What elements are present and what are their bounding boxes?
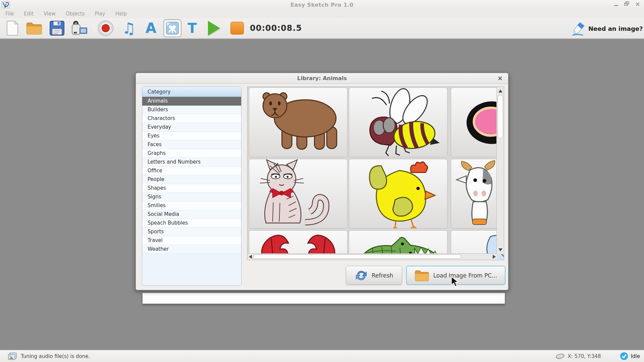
category-item-eyes[interactable]: Eyes: [142, 132, 241, 140]
menu-bar: File Edit View Objects Play Help: [0, 9, 644, 18]
category-item-people[interactable]: People: [142, 175, 241, 184]
save-icon: [49, 20, 65, 36]
refresh-button[interactable]: Refresh: [346, 266, 402, 285]
dialog-close-button[interactable]: ×: [496, 74, 504, 82]
play-icon: [208, 21, 220, 36]
category-item-builders[interactable]: Builders: [142, 106, 241, 114]
library-item-bear[interactable]: [249, 87, 347, 157]
menu-help[interactable]: Help: [115, 11, 127, 17]
horizontal-scrollbar[interactable]: [248, 253, 497, 260]
pencil-icon: [570, 21, 586, 36]
bee-drawing: [349, 88, 447, 157]
category-item-weather[interactable]: Weather: [142, 245, 241, 254]
category-panel: Category Animals Builders Charactors Eve…: [142, 86, 241, 286]
status-message: Tuning audio file(s) is done.: [21, 353, 90, 359]
category-item-graphs[interactable]: Graphs: [142, 149, 241, 158]
mouse-cursor: [450, 276, 459, 287]
load-folder-icon: [415, 269, 429, 282]
category-item-shapes[interactable]: Shapes: [142, 184, 241, 193]
refresh-label: Refresh: [372, 272, 393, 279]
minimize-button[interactable]: [613, 1, 619, 7]
status-bar: Tuning audio file(s) is done. X: 570, Y:…: [0, 350, 644, 362]
idle-check-icon: [620, 352, 628, 360]
selected-tool-frame: [163, 19, 181, 37]
music-button[interactable]: ♫: [120, 18, 138, 38]
dialog-title: Library: Animals: [297, 75, 347, 81]
category-item-animals[interactable]: Animals: [142, 97, 241, 106]
open-folder-button[interactable]: [25, 18, 43, 38]
engine-state: Idle: [631, 353, 640, 359]
chick-drawing: [349, 159, 447, 228]
music-note-icon: ♫: [122, 20, 136, 36]
category-item-social-media[interactable]: Social Media: [142, 210, 241, 219]
horizontal-scroll-thumb[interactable]: [253, 254, 461, 259]
scroll-right-icon[interactable]: [493, 255, 496, 259]
letter-a-icon: A: [146, 21, 157, 35]
library-image-grid: [247, 86, 504, 260]
cursor-position-icon: [555, 353, 565, 359]
record-icon: [98, 20, 114, 36]
category-item-everyday[interactable]: Everyday: [142, 123, 241, 132]
menu-objects[interactable]: Objects: [66, 11, 85, 17]
category-item-faces[interactable]: Faces: [142, 140, 241, 149]
cat-drawing: [249, 159, 347, 228]
library-item-cat[interactable]: [249, 159, 347, 229]
restore-button[interactable]: [624, 1, 630, 7]
tool-bar: ♫ A T 00:00:08.5 Need an image?: [0, 18, 644, 39]
cursor-coordinates: X: 570, Y:348: [568, 353, 601, 359]
category-item-travel[interactable]: Travel: [142, 236, 241, 245]
menu-file[interactable]: File: [5, 11, 14, 17]
category-item-smilies[interactable]: Smilies: [142, 201, 241, 210]
insert-image-icon: [166, 21, 179, 35]
category-item-letters-and-numbers[interactable]: Letters and Numbers: [142, 158, 241, 167]
category-item-charactors[interactable]: Charactors: [142, 114, 241, 123]
dialog-title-bar: Library: Animals ×: [136, 73, 508, 84]
bear-drawing: [249, 88, 347, 157]
toolbar-separator: [202, 22, 202, 35]
menu-view[interactable]: View: [44, 11, 56, 17]
images-stack-icon: [7, 352, 17, 361]
text-t-button[interactable]: T: [185, 18, 199, 38]
play-button[interactable]: [206, 18, 222, 38]
menu-edit[interactable]: Edit: [24, 11, 34, 17]
close-button[interactable]: ×: [635, 1, 641, 7]
vertical-scroll-thumb[interactable]: [497, 95, 503, 138]
window-title: Easy Sketch Pro 1.0: [0, 2, 644, 8]
library-item-bee[interactable]: [349, 87, 447, 157]
category-item-sports[interactable]: Sports: [142, 228, 241, 236]
scroll-left-icon[interactable]: [249, 255, 252, 259]
new-document-button[interactable]: [5, 18, 20, 38]
menu-play[interactable]: Play: [95, 11, 105, 17]
need-image-label: Need an image?: [588, 25, 643, 32]
video-camera-icon: [70, 20, 88, 36]
load-image-label: Load Image From PC...: [433, 272, 497, 279]
library-item-chick[interactable]: [349, 159, 447, 229]
category-list-header: Category: [142, 87, 241, 97]
category-item-speach-bubbles[interactable]: Speach Bubbles: [142, 219, 241, 228]
category-item-signs[interactable]: Signs: [142, 193, 241, 201]
text-a-button[interactable]: A: [142, 18, 160, 38]
scroll-up-icon[interactable]: [498, 89, 502, 93]
library-dialog: Library: Animals × Category Animals Buil…: [136, 73, 508, 290]
stop-button[interactable]: [229, 18, 245, 38]
new-document-icon: [6, 20, 19, 36]
need-image-link[interactable]: Need an image?: [570, 21, 643, 36]
camera-button[interactable]: [70, 18, 89, 38]
record-button[interactable]: [97, 18, 114, 38]
drawing-canvas[interactable]: Library: Animals × Category Animals Buil…: [0, 39, 644, 350]
vertical-scrollbar[interactable]: [496, 87, 504, 254]
insert-image-button[interactable]: [163, 18, 182, 38]
timecode-display: 00:00:08.5: [250, 23, 302, 33]
title-bar: Easy Sketch Pro 1.0 ×: [0, 0, 644, 9]
whiteboard-sheet: [143, 293, 505, 304]
open-folder-icon: [26, 21, 43, 35]
toolbar-separator: [94, 22, 94, 35]
category-item-office[interactable]: Office: [142, 167, 241, 175]
refresh-icon: [355, 269, 368, 282]
stop-icon: [230, 22, 244, 35]
scroll-down-icon[interactable]: [498, 248, 502, 251]
letter-t-icon: T: [187, 21, 197, 35]
save-button[interactable]: [49, 18, 65, 38]
